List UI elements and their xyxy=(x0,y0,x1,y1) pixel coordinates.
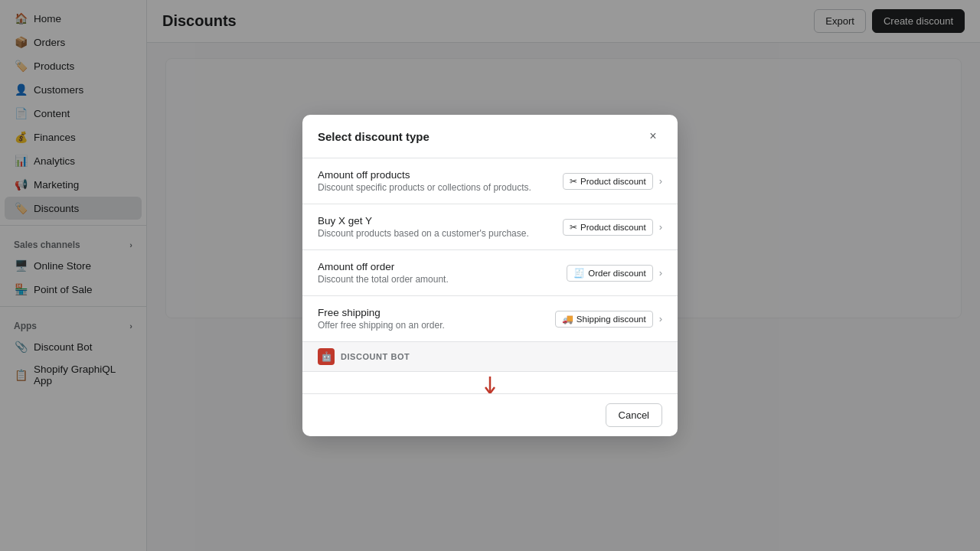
discount-option-amount-off-order[interactable]: Amount off order Discount the total orde… xyxy=(302,250,678,296)
discount-option-free-shipping[interactable]: Free shipping Offer free shipping on an … xyxy=(302,296,678,342)
badge-icon-free-shipping: 🚚 xyxy=(562,314,573,324)
option-title-amount-off-products: Amount off products xyxy=(318,169,563,181)
option-badge-amount-off-products: ✂ Product discount xyxy=(563,173,653,190)
badge-label-amount-off-products: Product discount xyxy=(580,177,646,186)
badge-icon-amount-off-order: 🧾 xyxy=(573,268,585,279)
option-desc-buy-x-get-y: Discount products based on a customer's … xyxy=(318,228,563,239)
option-right-amount-off-order: 🧾 Order discount › xyxy=(567,265,662,282)
modal-header: Select discount type × xyxy=(302,115,678,158)
option-chevron-buy-x-get-y: › xyxy=(659,221,662,233)
option-title-free-shipping: Free shipping xyxy=(318,307,555,318)
modal-footer: Cancel xyxy=(302,393,678,436)
modal-close-button[interactable]: × xyxy=(644,127,662,145)
option-title-amount-off-order: Amount off order xyxy=(318,261,567,272)
badge-label-free-shipping: Shipping discount xyxy=(577,315,646,324)
cancel-button[interactable]: Cancel xyxy=(606,403,662,427)
discount-option-buy-x-get-y[interactable]: Buy X get Y Discount products based on a… xyxy=(302,204,678,250)
discount-bot-section: 🤖 DISCOUNT BOT xyxy=(302,342,678,372)
option-text-buy-x-get-y: Buy X get Y Discount products based on a… xyxy=(318,215,563,239)
modal-body: Amount off products Discount specific pr… xyxy=(302,158,678,393)
option-text-amount-off-products: Amount off products Discount specific pr… xyxy=(318,169,563,193)
badge-label-buy-x-get-y: Product discount xyxy=(580,223,646,232)
option-right-amount-off-products: ✂ Product discount › xyxy=(563,173,662,190)
option-right-free-shipping: 🚚 Shipping discount › xyxy=(555,311,662,328)
option-title-buy-x-get-y: Buy X get Y xyxy=(318,215,563,227)
discount-bot-label: DISCOUNT BOT xyxy=(341,352,410,361)
badge-label-amount-off-order: Order discount xyxy=(588,269,645,278)
option-badge-buy-x-get-y: ✂ Product discount xyxy=(563,219,653,236)
badge-icon-buy-x-get-y: ✂ xyxy=(570,222,577,233)
select-discount-modal: Select discount type × Amount off produc… xyxy=(302,115,678,436)
badge-icon-amount-off-products: ✂ xyxy=(570,176,577,187)
arrow-down-icon xyxy=(482,375,498,393)
option-chevron-amount-off-order: › xyxy=(659,267,662,279)
modal-overlay[interactable]: Select discount type × Amount off produc… xyxy=(0,0,980,551)
option-desc-amount-off-order: Discount the total order amount. xyxy=(318,274,567,285)
arrow-down-container xyxy=(302,372,678,393)
option-right-buy-x-get-y: ✂ Product discount › xyxy=(563,219,662,236)
option-desc-amount-off-products: Discount specific products or collection… xyxy=(318,182,563,193)
option-desc-free-shipping: Offer free shipping on an order. xyxy=(318,320,555,331)
option-chevron-free-shipping: › xyxy=(659,313,662,324)
option-chevron-amount-off-products: › xyxy=(659,175,662,187)
discount-bot-icon: 🤖 xyxy=(318,348,335,365)
option-text-free-shipping: Free shipping Offer free shipping on an … xyxy=(318,307,555,331)
option-badge-amount-off-order: 🧾 Order discount xyxy=(567,265,652,282)
modal-title: Select discount type xyxy=(318,130,430,143)
option-badge-free-shipping: 🚚 Shipping discount xyxy=(555,311,653,328)
option-text-amount-off-order: Amount off order Discount the total orde… xyxy=(318,261,567,285)
discount-option-amount-off-products[interactable]: Amount off products Discount specific pr… xyxy=(302,158,678,204)
